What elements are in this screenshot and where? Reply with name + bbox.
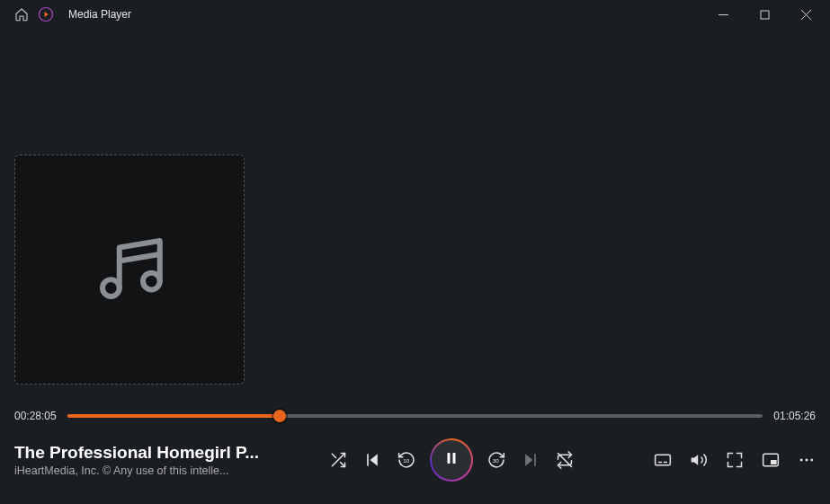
skip-forward-30-button[interactable]: 30	[487, 451, 505, 469]
elapsed-time: 00:28:05	[14, 410, 57, 422]
svg-rect-19	[534, 454, 536, 465]
app-title: Media Player	[68, 8, 131, 21]
mini-player-button[interactable]	[762, 451, 780, 469]
album-art-placeholder	[14, 155, 245, 385]
svg-rect-16	[452, 453, 455, 464]
next-button[interactable]	[522, 451, 540, 469]
track-title: The Professional Homegirl P...	[14, 443, 275, 463]
progress-row: 00:28:05 01:05:26	[0, 404, 830, 426]
seek-thumb[interactable]	[273, 410, 286, 422]
svg-point-28	[806, 459, 808, 462]
track-meta: The Professional Homegirl P... iHeartMed…	[14, 443, 275, 477]
pause-icon	[443, 450, 460, 470]
control-row: The Professional Homegirl P... iHeartMed…	[0, 426, 830, 489]
svg-point-7	[143, 273, 160, 290]
svg-text:30: 30	[492, 457, 498, 464]
svg-rect-26	[771, 460, 777, 464]
svg-marker-12	[370, 454, 377, 465]
svg-rect-3	[761, 11, 769, 19]
maximize-button[interactable]	[744, 0, 785, 29]
skip-back-10-button[interactable]: 10	[397, 451, 415, 469]
svg-line-11	[332, 454, 335, 457]
close-button[interactable]	[785, 0, 826, 29]
music-note-icon	[89, 227, 170, 312]
svg-text:10: 10	[403, 457, 409, 464]
track-subtitle: iHeartMedia, Inc. © Any use of this inte…	[14, 464, 275, 477]
play-pause-button[interactable]	[432, 440, 471, 480]
svg-marker-1	[45, 12, 49, 17]
app-logo-icon	[38, 6, 54, 22]
svg-rect-13	[367, 454, 369, 465]
titlebar: Media Player	[0, 0, 830, 29]
svg-marker-18	[525, 454, 532, 465]
total-time: 01:05:26	[773, 410, 816, 422]
seek-fill	[67, 414, 281, 418]
shuffle-button[interactable]	[329, 451, 347, 469]
svg-rect-15	[447, 453, 450, 464]
main-canvas	[0, 29, 830, 404]
svg-rect-21	[656, 455, 671, 465]
volume-button[interactable]	[690, 451, 708, 469]
subtitles-button[interactable]	[654, 451, 672, 469]
home-icon[interactable]	[14, 7, 29, 22]
svg-point-27	[800, 459, 803, 462]
right-controls	[627, 451, 816, 469]
svg-marker-24	[692, 455, 699, 465]
more-options-button[interactable]	[798, 451, 816, 469]
minimize-button[interactable]	[702, 0, 744, 29]
seek-slider[interactable]	[67, 414, 763, 418]
svg-point-6	[103, 279, 120, 296]
fullscreen-button[interactable]	[726, 451, 744, 469]
playback-controls: 10 30	[275, 440, 627, 480]
previous-button[interactable]	[363, 451, 381, 469]
svg-point-29	[810, 459, 813, 462]
svg-line-8	[120, 254, 160, 261]
repeat-off-button[interactable]	[556, 451, 574, 469]
